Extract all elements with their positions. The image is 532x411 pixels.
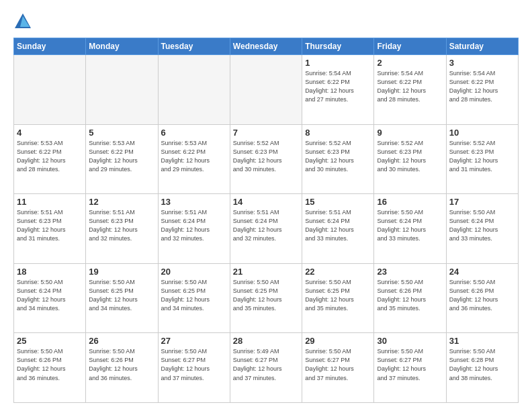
week-row-5: 25Sunrise: 5:50 AM Sunset: 6:26 PM Dayli… xyxy=(14,333,519,403)
day-info: Sunrise: 5:50 AM Sunset: 6:25 PM Dayligh… xyxy=(233,278,299,313)
weekday-header-tuesday: Tuesday xyxy=(158,38,230,55)
day-info: Sunrise: 5:51 AM Sunset: 6:23 PM Dayligh… xyxy=(89,208,154,243)
day-number: 15 xyxy=(305,197,371,207)
day-number: 21 xyxy=(233,267,299,277)
day-info: Sunrise: 5:50 AM Sunset: 6:27 PM Dayligh… xyxy=(305,347,371,382)
calendar-cell: 17Sunrise: 5:50 AM Sunset: 6:24 PM Dayli… xyxy=(446,194,518,264)
day-number: 14 xyxy=(233,197,299,207)
calendar-cell: 19Sunrise: 5:50 AM Sunset: 6:25 PM Dayli… xyxy=(86,263,158,333)
calendar-cell: 25Sunrise: 5:50 AM Sunset: 6:26 PM Dayli… xyxy=(14,333,86,403)
calendar-table: SundayMondayTuesdayWednesdayThursdayFrid… xyxy=(13,38,519,403)
day-info: Sunrise: 5:54 AM Sunset: 6:22 PM Dayligh… xyxy=(305,69,371,104)
day-number: 10 xyxy=(449,128,515,138)
day-number: 11 xyxy=(17,197,83,207)
weekday-header-wednesday: Wednesday xyxy=(230,38,302,55)
calendar-cell: 31Sunrise: 5:50 AM Sunset: 6:28 PM Dayli… xyxy=(446,333,518,403)
logo xyxy=(13,12,35,31)
day-number: 31 xyxy=(449,336,515,346)
day-info: Sunrise: 5:53 AM Sunset: 6:22 PM Dayligh… xyxy=(161,139,227,174)
calendar-cell: 15Sunrise: 5:51 AM Sunset: 6:24 PM Dayli… xyxy=(302,194,374,264)
weekday-header-saturday: Saturday xyxy=(446,38,518,55)
day-info: Sunrise: 5:52 AM Sunset: 6:23 PM Dayligh… xyxy=(377,139,443,174)
day-info: Sunrise: 5:52 AM Sunset: 6:23 PM Dayligh… xyxy=(449,139,515,174)
calendar-cell: 2Sunrise: 5:54 AM Sunset: 6:22 PM Daylig… xyxy=(374,55,446,125)
calendar-cell: 12Sunrise: 5:51 AM Sunset: 6:23 PM Dayli… xyxy=(86,194,158,264)
day-number: 20 xyxy=(161,267,227,277)
day-info: Sunrise: 5:50 AM Sunset: 6:28 PM Dayligh… xyxy=(449,347,515,382)
day-info: Sunrise: 5:51 AM Sunset: 6:24 PM Dayligh… xyxy=(161,208,227,243)
calendar-cell xyxy=(230,55,302,125)
calendar-cell: 6Sunrise: 5:53 AM Sunset: 6:22 PM Daylig… xyxy=(158,124,230,194)
calendar-cell: 8Sunrise: 5:52 AM Sunset: 6:23 PM Daylig… xyxy=(302,124,374,194)
day-number: 1 xyxy=(305,58,371,68)
day-number: 7 xyxy=(233,128,299,138)
day-info: Sunrise: 5:50 AM Sunset: 6:25 PM Dayligh… xyxy=(89,278,154,313)
day-number: 23 xyxy=(377,267,443,277)
weekday-header-sunday: Sunday xyxy=(14,38,86,55)
day-number: 12 xyxy=(89,197,154,207)
day-info: Sunrise: 5:50 AM Sunset: 6:25 PM Dayligh… xyxy=(305,278,371,313)
day-number: 22 xyxy=(305,267,371,277)
calendar-cell: 26Sunrise: 5:50 AM Sunset: 6:26 PM Dayli… xyxy=(86,333,158,403)
day-number: 26 xyxy=(89,336,154,346)
calendar-cell: 5Sunrise: 5:53 AM Sunset: 6:22 PM Daylig… xyxy=(86,124,158,194)
weekday-header-row: SundayMondayTuesdayWednesdayThursdayFrid… xyxy=(14,38,519,55)
calendar-cell: 21Sunrise: 5:50 AM Sunset: 6:25 PM Dayli… xyxy=(230,263,302,333)
day-info: Sunrise: 5:54 AM Sunset: 6:22 PM Dayligh… xyxy=(449,69,515,104)
day-info: Sunrise: 5:50 AM Sunset: 6:26 PM Dayligh… xyxy=(377,278,443,313)
day-info: Sunrise: 5:51 AM Sunset: 6:24 PM Dayligh… xyxy=(305,208,371,243)
day-number: 4 xyxy=(17,128,83,138)
day-info: Sunrise: 5:50 AM Sunset: 6:26 PM Dayligh… xyxy=(89,347,154,382)
day-info: Sunrise: 5:50 AM Sunset: 6:24 PM Dayligh… xyxy=(377,208,443,243)
calendar-cell: 4Sunrise: 5:53 AM Sunset: 6:22 PM Daylig… xyxy=(14,124,86,194)
calendar-cell: 9Sunrise: 5:52 AM Sunset: 6:23 PM Daylig… xyxy=(374,124,446,194)
day-number: 27 xyxy=(161,336,227,346)
day-number: 13 xyxy=(161,197,227,207)
weekday-header-monday: Monday xyxy=(86,38,158,55)
day-info: Sunrise: 5:52 AM Sunset: 6:23 PM Dayligh… xyxy=(305,139,371,174)
day-info: Sunrise: 5:53 AM Sunset: 6:22 PM Dayligh… xyxy=(17,139,83,174)
calendar-cell: 23Sunrise: 5:50 AM Sunset: 6:26 PM Dayli… xyxy=(374,263,446,333)
day-number: 19 xyxy=(89,267,154,277)
calendar-cell: 10Sunrise: 5:52 AM Sunset: 6:23 PM Dayli… xyxy=(446,124,518,194)
page: SundayMondayTuesdayWednesdayThursdayFrid… xyxy=(0,0,532,411)
calendar-cell: 11Sunrise: 5:51 AM Sunset: 6:23 PM Dayli… xyxy=(14,194,86,264)
day-number: 24 xyxy=(449,267,515,277)
calendar-cell: 22Sunrise: 5:50 AM Sunset: 6:25 PM Dayli… xyxy=(302,263,374,333)
day-number: 8 xyxy=(305,128,371,138)
day-number: 28 xyxy=(233,336,299,346)
calendar-cell: 14Sunrise: 5:51 AM Sunset: 6:24 PM Dayli… xyxy=(230,194,302,264)
day-number: 9 xyxy=(377,128,443,138)
calendar-cell xyxy=(158,55,230,125)
day-number: 3 xyxy=(449,58,515,68)
day-info: Sunrise: 5:52 AM Sunset: 6:23 PM Dayligh… xyxy=(233,139,299,174)
calendar-cell: 13Sunrise: 5:51 AM Sunset: 6:24 PM Dayli… xyxy=(158,194,230,264)
calendar-cell xyxy=(86,55,158,125)
calendar-cell xyxy=(14,55,86,125)
week-row-2: 4Sunrise: 5:53 AM Sunset: 6:22 PM Daylig… xyxy=(14,124,519,194)
day-number: 2 xyxy=(377,58,443,68)
day-info: Sunrise: 5:50 AM Sunset: 6:25 PM Dayligh… xyxy=(161,278,227,313)
day-info: Sunrise: 5:50 AM Sunset: 6:24 PM Dayligh… xyxy=(17,278,83,313)
day-number: 5 xyxy=(89,128,154,138)
day-info: Sunrise: 5:51 AM Sunset: 6:23 PM Dayligh… xyxy=(17,208,83,243)
calendar-cell: 27Sunrise: 5:50 AM Sunset: 6:27 PM Dayli… xyxy=(158,333,230,403)
calendar-cell: 24Sunrise: 5:50 AM Sunset: 6:26 PM Dayli… xyxy=(446,263,518,333)
day-number: 17 xyxy=(449,197,515,207)
day-info: Sunrise: 5:50 AM Sunset: 6:24 PM Dayligh… xyxy=(449,208,515,243)
day-info: Sunrise: 5:53 AM Sunset: 6:22 PM Dayligh… xyxy=(89,139,154,174)
day-info: Sunrise: 5:50 AM Sunset: 6:27 PM Dayligh… xyxy=(377,347,443,382)
calendar-cell: 7Sunrise: 5:52 AM Sunset: 6:23 PM Daylig… xyxy=(230,124,302,194)
day-info: Sunrise: 5:51 AM Sunset: 6:24 PM Dayligh… xyxy=(233,208,299,243)
day-number: 18 xyxy=(17,267,83,277)
calendar-cell: 28Sunrise: 5:49 AM Sunset: 6:27 PM Dayli… xyxy=(230,333,302,403)
day-number: 25 xyxy=(17,336,83,346)
calendar-cell: 3Sunrise: 5:54 AM Sunset: 6:22 PM Daylig… xyxy=(446,55,518,125)
day-number: 29 xyxy=(305,336,371,346)
calendar-cell: 20Sunrise: 5:50 AM Sunset: 6:25 PM Dayli… xyxy=(158,263,230,333)
week-row-3: 11Sunrise: 5:51 AM Sunset: 6:23 PM Dayli… xyxy=(14,194,519,264)
calendar-cell: 30Sunrise: 5:50 AM Sunset: 6:27 PM Dayli… xyxy=(374,333,446,403)
calendar-cell: 16Sunrise: 5:50 AM Sunset: 6:24 PM Dayli… xyxy=(374,194,446,264)
calendar-cell: 18Sunrise: 5:50 AM Sunset: 6:24 PM Dayli… xyxy=(14,263,86,333)
day-number: 6 xyxy=(161,128,227,138)
